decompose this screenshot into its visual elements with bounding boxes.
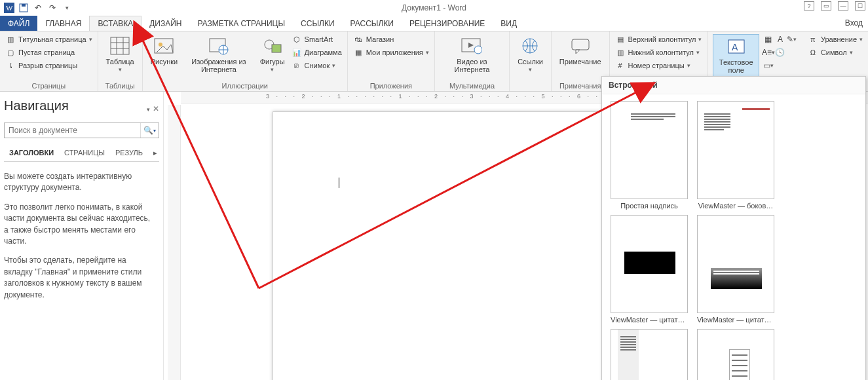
header-label: Верхний колонтитул [628,35,696,43]
window-controls: ? ▭ — ☐ [804,1,865,10]
equation-button[interactable]: πУравнение [808,34,863,45]
my-apps-icon: ▦ [353,47,364,58]
shapes-button[interactable]: Фигуры [257,34,288,75]
wordart-icon[interactable]: A [775,34,785,45]
quick-parts-icon[interactable]: ▦ [763,34,774,45]
table-button[interactable]: Таблица [104,34,137,75]
minimize-icon[interactable]: — [838,1,848,10]
screenshot-label: Снимок [305,62,330,69]
gallery-item-0[interactable]: Простая надпись [609,101,690,210]
gallery-header: Встроенный [602,77,865,94]
date-time-icon[interactable]: 🕓 [775,47,785,58]
search-box[interactable]: 🔍▾ [4,123,159,138]
group-illustrations-label: Иллюстрации [148,81,342,90]
navigation-title: Навигация [4,98,69,113]
maximize-icon[interactable]: ☐ [855,1,865,10]
svg-text:W: W [6,4,13,12]
gallery-item-4[interactable]: Алфавит (боковая по… [609,329,690,380]
text-cursor [339,178,339,188]
gallery-item-1[interactable]: ViewMaster — боков… [695,101,776,210]
store-button[interactable]: 🛍Магазин [353,34,429,45]
object-icon[interactable]: ▭ [763,60,774,71]
gallery-item-3[interactable]: ViewMaster — цитата… [695,215,776,324]
blank-page-button[interactable]: ▢Пустая страница [5,47,92,58]
tab-review[interactable]: РЕЦЕНЗИРОВАНИЕ [402,16,493,31]
cover-page-label: Титульная страница [18,35,86,43]
pictures-icon [153,35,174,56]
tab-references[interactable]: ССЫЛКИ [293,16,342,31]
group-pages-label: Страницы [5,81,92,90]
qat-customize-icon[interactable] [62,3,72,13]
window-title: Документ1 - Word [402,3,466,12]
search-input[interactable] [5,123,140,138]
smartart-button[interactable]: ⬡SmartArt [292,34,342,45]
quick-access-toolbar: W ↶ ↷ [0,3,72,13]
header-button[interactable]: ▤Верхний колонтитул [615,34,702,45]
chart-button[interactable]: 📊Диаграмма [292,47,342,58]
group-pages: ▥Титульная страница ▢Пустая страница ⤹Ра… [0,31,98,91]
screenshot-icon: ⎚ [292,60,302,71]
online-pictures-button[interactable]: Изображения из Интернета [184,34,253,75]
sign-in-link[interactable]: Вход [845,18,863,28]
header-icon: ▤ [615,34,626,45]
page-break-button[interactable]: ⤹Разрыв страницы [5,60,92,71]
gallery-thumb-5 [697,329,774,380]
svg-rect-4 [111,37,129,54]
symbol-button[interactable]: ΩСимвол [808,47,863,58]
page-number-icon: # [615,60,626,71]
tab-view[interactable]: ВИД [493,16,525,31]
links-button[interactable]: Ссылки [515,34,546,75]
title-bar: W ↶ ↷ Документ1 - Word ? ▭ — ☐ [0,0,868,16]
nav-close-icon[interactable]: ✕ [153,104,159,113]
text-box-icon: A [726,36,747,57]
signature-icon[interactable]: ✎ [787,34,797,45]
search-icon[interactable]: 🔍▾ [140,123,159,138]
my-apps-button[interactable]: ▦Мои приложения [353,47,429,58]
tab-mailings[interactable]: РАССЫЛКИ [343,16,402,31]
group-comments-label: Примечания [557,81,604,90]
screenshot-button[interactable]: ⎚Снимок [292,60,342,71]
online-video-button[interactable]: Видео из Интернета [440,34,504,75]
tab-insert[interactable]: ВСТАВКА [89,16,142,31]
save-icon[interactable] [18,3,29,13]
group-apps-label: Приложения [353,81,429,90]
nav-tabs: ЗАГОЛОВКИ СТРАНИЦЫ РЕЗУЛЬ ▸ [4,145,159,162]
video-icon [461,35,482,56]
footer-button[interactable]: ▥Нижний колонтитул [615,47,702,58]
nav-menu-icon[interactable] [147,104,150,113]
undo-icon[interactable]: ↶ [33,3,43,13]
chart-icon: 📊 [292,47,302,58]
vertical-ruler[interactable] [168,105,181,380]
nav-tab-more[interactable]: ▸ [148,145,162,161]
text-box-gallery: Встроенный Простая надпись ViewMaster — … [601,76,866,380]
nav-help-text: Вы можете создать интерактивную структур… [4,162,159,301]
equation-icon: π [808,34,818,45]
redo-icon[interactable]: ↷ [47,3,58,13]
smartart-icon: ⬡ [292,34,302,45]
nav-tab-pages[interactable]: СТРАНИЦЫ [59,145,110,161]
gallery-label-0: Простая надпись [611,202,688,210]
pictures-button[interactable]: Рисунки [148,34,181,67]
svg-point-17 [474,46,482,54]
ribbon-options-icon[interactable]: ▭ [821,1,831,10]
footer-label: Нижний колонтитул [628,48,694,56]
tab-layout[interactable]: РАЗМЕТКА СТРАНИЦЫ [190,16,293,31]
svg-point-10 [159,43,162,47]
store-label: Магазин [366,35,394,43]
gallery-item-5[interactable]: Алфавит (цитата) [695,329,776,380]
tab-file[interactable]: ФАЙЛ [0,16,37,31]
tab-home[interactable]: ГЛАВНАЯ [37,16,89,31]
nav-help-p3: Чтобы это сделать, перейдите на вкладку … [4,255,157,301]
tab-design[interactable]: ДИЗАЙН [142,16,189,31]
help-icon[interactable]: ? [804,1,814,10]
gallery-thumb-3 [697,215,774,313]
page-number-button[interactable]: #Номер страницы [615,60,702,71]
gallery-item-2[interactable]: ViewMaster — цитата… [609,215,690,324]
cover-page-icon: ▥ [5,34,16,45]
comment-button[interactable]: Примечание [557,34,604,67]
svg-marker-16 [468,43,474,48]
nav-tab-results[interactable]: РЕЗУЛЬ [110,145,148,161]
cover-page-button[interactable]: ▥Титульная страница [5,34,92,45]
nav-tab-headings[interactable]: ЗАГОЛОВКИ [4,145,59,161]
dropcap-icon[interactable]: A≡ [763,47,774,58]
